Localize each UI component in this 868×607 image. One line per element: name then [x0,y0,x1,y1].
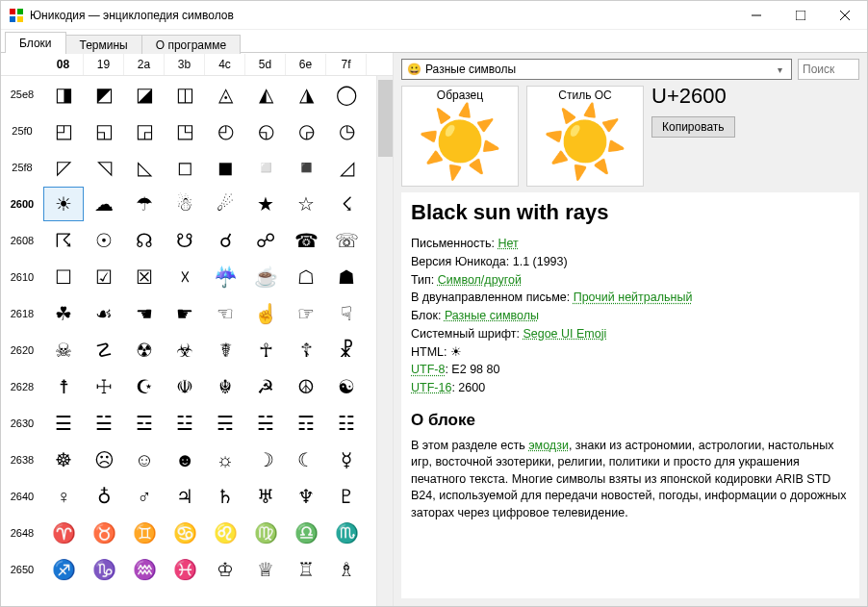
row-label[interactable]: 2628 [1,381,43,392]
col-header[interactable]: 5d [245,54,286,75]
char-cell[interactable]: ☲ [124,406,165,441]
char-cell[interactable]: ◾ [286,150,326,185]
char-cell[interactable]: ☻ [165,443,205,477]
char-cell[interactable]: ♓ [165,552,205,587]
char-cell[interactable]: ☍ [245,223,286,258]
char-cell[interactable]: ♐ [43,552,84,587]
char-cell[interactable]: ♏ [326,516,367,550]
char-cell[interactable]: ◭ [245,77,286,112]
row-label[interactable]: 2638 [1,454,43,466]
char-cell[interactable]: ◫ [165,77,205,112]
char-cell[interactable]: ☹ [84,443,124,477]
char-cell[interactable]: ◩ [84,77,124,112]
row-label[interactable]: 2630 [1,417,43,429]
row-label[interactable]: 25f8 [1,162,43,173]
char-cell[interactable]: ♑ [84,552,124,587]
char-cell[interactable]: ☋ [165,223,205,258]
char-cell[interactable]: ☊ [124,223,165,258]
maximize-button[interactable] [779,1,823,30]
char-cell[interactable]: ☇ [326,187,367,221]
char-cell[interactable]: ☷ [326,406,367,441]
char-cell[interactable]: ◷ [326,114,367,148]
char-cell[interactable]: ☴ [205,406,245,441]
char-cell[interactable]: ☤ [205,333,245,367]
block-select[interactable]: 😀 Разные символы ▾ [401,59,792,80]
char-cell[interactable]: ☱ [84,406,124,441]
char-cell[interactable]: ♗ [326,552,367,587]
char-cell[interactable]: ☪ [124,369,165,404]
char-cell[interactable]: ♔ [205,552,245,587]
char-cell[interactable]: ♆ [286,479,326,514]
char-cell[interactable]: ♂ [124,479,165,514]
char-cell[interactable]: ◯ [326,77,367,112]
char-cell[interactable]: ☰ [43,406,84,441]
char-cell[interactable]: ☫ [165,369,205,404]
char-cell[interactable]: ◮ [286,77,326,112]
search-input[interactable] [798,59,859,80]
char-cell[interactable]: ♌ [205,516,245,550]
char-cell[interactable]: ☐ [43,260,84,294]
col-header[interactable]: 6e [286,54,326,75]
char-cell[interactable]: ☳ [165,406,205,441]
char-cell[interactable]: ◸ [43,150,84,185]
char-cell[interactable]: ☙ [84,296,124,331]
char-cell[interactable]: ☧ [326,333,367,367]
char-cell[interactable]: ☺ [124,443,165,477]
char-cell[interactable]: ☕ [245,260,286,294]
col-header[interactable]: 4c [205,54,245,75]
tab-2[interactable]: О программе [141,35,241,54]
char-cell[interactable]: ♁ [84,479,124,514]
char-cell[interactable]: ☑ [84,260,124,294]
row-label[interactable]: 2600 [1,198,43,210]
char-cell[interactable]: ☄ [205,187,245,221]
char-cell[interactable]: ☃ [165,187,205,221]
char-cell[interactable]: ☨ [43,369,84,404]
char-cell[interactable]: ☚ [124,296,165,331]
char-cell[interactable]: ☣ [165,333,205,367]
char-cell[interactable]: ☓ [165,260,205,294]
char-cell[interactable]: ◽ [245,150,286,185]
char-cell[interactable]: ☦ [286,333,326,367]
char-cell[interactable]: ☼ [205,443,245,477]
col-header[interactable]: 08 [43,54,84,75]
char-cell[interactable]: ♒ [124,552,165,587]
row-label[interactable]: 2608 [1,235,43,246]
char-cell[interactable]: ♅ [245,479,286,514]
char-cell[interactable]: ☢ [124,333,165,367]
char-cell[interactable]: ◶ [286,114,326,148]
char-cell[interactable]: ☁ [84,187,124,221]
char-cell[interactable]: ◬ [205,77,245,112]
char-cell[interactable]: ♇ [326,479,367,514]
tab-0[interactable]: Блоки [5,32,66,53]
col-header[interactable]: 2a [124,54,165,75]
char-cell[interactable]: ◱ [84,114,124,148]
char-cell[interactable]: ♊ [124,516,165,550]
char-cell[interactable]: ☠ [43,333,84,367]
char-cell[interactable]: ☜ [205,296,245,331]
row-label[interactable]: 2650 [1,564,43,575]
grid-scrollbar[interactable] [376,76,393,606]
close-button[interactable] [823,1,867,30]
char-cell[interactable]: ☿ [326,443,367,477]
char-cell[interactable]: ☥ [245,333,286,367]
char-cell[interactable]: ◴ [205,114,245,148]
char-cell[interactable]: ☬ [205,369,245,404]
char-cell[interactable]: ◳ [165,114,205,148]
char-cell[interactable]: ☮ [286,369,326,404]
char-cell[interactable]: ♎ [286,516,326,550]
char-cell[interactable]: ☡ [84,333,124,367]
char-cell[interactable]: ☯ [326,369,367,404]
char-cell[interactable]: ☉ [84,223,124,258]
char-cell[interactable]: ☞ [286,296,326,331]
char-cell[interactable]: ◻ [165,150,205,185]
char-cell[interactable]: ☀ [43,187,84,221]
char-cell[interactable]: ☝ [245,296,286,331]
col-header[interactable]: 3b [165,54,205,75]
char-cell[interactable]: ☭ [245,369,286,404]
row-label[interactable]: 25e8 [1,89,43,100]
row-label[interactable]: 2618 [1,308,43,319]
char-cell[interactable]: ☵ [245,406,286,441]
emoji-link[interactable]: эмодзи [528,439,569,452]
char-cell[interactable]: ◵ [245,114,286,148]
char-cell[interactable]: ☗ [326,260,367,294]
